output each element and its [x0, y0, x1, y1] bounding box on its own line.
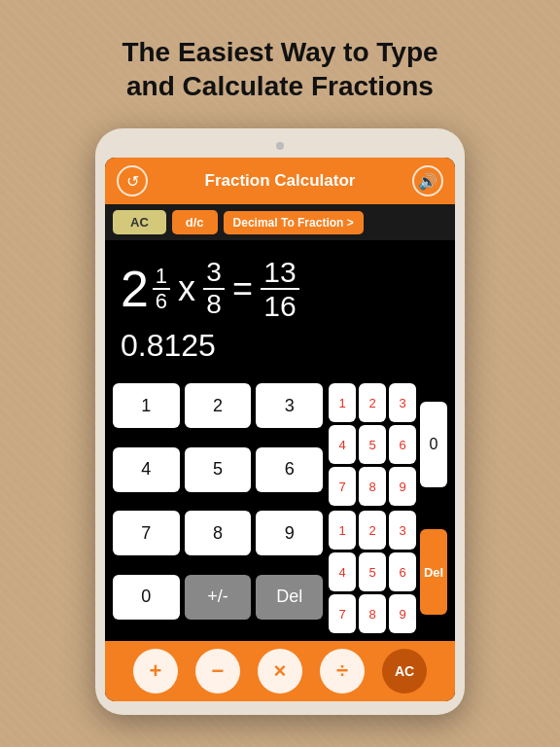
whole-number: 2 [121, 264, 149, 314]
ac-button[interactable]: AC [113, 210, 166, 234]
decimal-to-fraction-button[interactable]: Decimal To Fraction > [224, 211, 364, 234]
key-9[interactable]: 9 [256, 511, 323, 555]
fraction-display: 2 1 6 x 3 8 = [121, 256, 439, 322]
fk-t-7[interactable]: 7 [329, 467, 356, 506]
key-5[interactable]: 5 [185, 447, 252, 492]
key-del-main[interactable]: Del [256, 575, 323, 620]
first-numerator: 1 [156, 265, 167, 288]
first-mixed-number: 2 1 6 [121, 264, 170, 314]
sound-icon[interactable]: 🔊 [412, 165, 443, 196]
op-ac[interactable]: AC [382, 649, 427, 694]
fk-t-2[interactable]: 2 [359, 383, 386, 422]
equals-symbol: = [230, 268, 255, 309]
key-4[interactable]: 4 [113, 447, 180, 492]
fk-b-5[interactable]: 5 [359, 552, 386, 591]
fraction-keypad-bot-wrap: 1 2 3 4 5 6 7 8 9 Del [329, 511, 447, 633]
fk-b-6[interactable]: 6 [389, 552, 416, 591]
result-fraction: 13 16 [261, 256, 299, 322]
fk-b-1[interactable]: 1 [329, 511, 356, 550]
headline-container: The Easiest Way to Type and Calculate Fr… [44, 0, 515, 128]
toolbar: AC d/c Decimal To Fraction > [105, 204, 455, 240]
app-title: Fraction Calculator [205, 171, 356, 191]
fk-t-5[interactable]: 5 [359, 425, 386, 464]
second-denominator: 8 [206, 290, 222, 320]
fk-b-3[interactable]: 3 [389, 511, 416, 550]
fk-b-4[interactable]: 4 [329, 552, 356, 591]
fraction-keypad-top-wrap: 1 2 3 4 5 6 7 8 9 0 [329, 383, 447, 506]
key-7[interactable]: 7 [113, 511, 180, 555]
display-area: 2 1 6 x 3 8 = [105, 240, 455, 379]
fk-t-4[interactable]: 4 [329, 425, 356, 464]
headline: The Easiest Way to Type and Calculate Fr… [83, 18, 476, 117]
key-plusminus[interactable]: +/- [185, 575, 252, 620]
fk-t-0[interactable]: 0 [420, 402, 447, 487]
keypad-area: 1 2 3 4 5 6 7 8 9 0 +/- Del 1 2 [105, 379, 455, 641]
fk-t-8[interactable]: 8 [359, 467, 386, 506]
fraction-keypad-top: 1 2 3 4 5 6 7 8 9 [329, 383, 416, 506]
fk-t-1[interactable]: 1 [329, 383, 356, 422]
tablet-wrapper: ↺ Fraction Calculator 🔊 AC d/c Decimal T… [95, 128, 465, 715]
key-1[interactable]: 1 [113, 383, 180, 428]
op-add[interactable]: + [133, 649, 178, 694]
result-numerator: 13 [263, 256, 296, 288]
main-keypad: 1 2 3 4 5 6 7 8 9 0 +/- Del [113, 383, 323, 633]
second-fraction: 3 8 [203, 258, 225, 320]
tablet-screen: ↺ Fraction Calculator 🔊 AC d/c Decimal T… [105, 158, 455, 701]
operator-symbol: x [176, 268, 197, 309]
operator-bar: + − × ÷ AC [105, 641, 455, 701]
fk-t-9[interactable]: 9 [389, 467, 416, 506]
result-denominator: 16 [263, 290, 296, 322]
header-bar: ↺ Fraction Calculator 🔊 [105, 158, 455, 204]
tablet-camera [276, 142, 284, 150]
fk-b-2[interactable]: 2 [359, 511, 386, 550]
key-6[interactable]: 6 [256, 447, 323, 492]
fk-t-6[interactable]: 6 [389, 425, 416, 464]
dc-button[interactable]: d/c [172, 210, 218, 234]
fraction-keypad-bot: 1 2 3 4 5 6 7 8 9 [329, 511, 416, 633]
refresh-icon[interactable]: ↺ [117, 165, 148, 196]
op-multiply[interactable]: × [258, 649, 302, 694]
key-8[interactable]: 8 [185, 511, 252, 555]
op-subtract[interactable]: − [195, 649, 240, 694]
first-denominator: 6 [156, 290, 167, 313]
op-divide[interactable]: ÷ [320, 649, 365, 694]
fk-t-3[interactable]: 3 [389, 383, 416, 422]
key-3[interactable]: 3 [256, 383, 323, 428]
decimal-display: 0.8125 [121, 326, 439, 372]
fraction-keypads-container: 1 2 3 4 5 6 7 8 9 0 1 [329, 383, 447, 633]
key-2[interactable]: 2 [185, 383, 252, 428]
first-fraction: 1 6 [153, 265, 170, 313]
fk-b-9[interactable]: 9 [389, 594, 416, 633]
fk-b-del[interactable]: Del [420, 529, 447, 615]
key-0[interactable]: 0 [113, 575, 180, 620]
fk-b-7[interactable]: 7 [329, 594, 356, 633]
second-numerator: 3 [206, 258, 222, 288]
fk-b-8[interactable]: 8 [359, 594, 386, 633]
